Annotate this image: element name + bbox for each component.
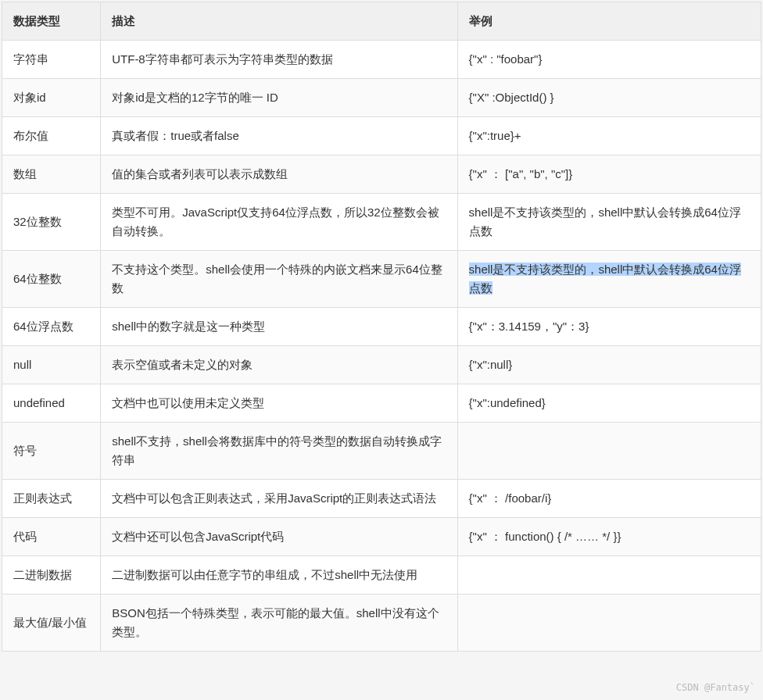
cell-example: {"x" ： /foobar/i} (457, 480, 761, 518)
cell-type: 32位整数 (2, 194, 101, 251)
cell-type: 64位浮点数 (2, 308, 101, 346)
cell-desc: shell不支持，shell会将数据库中的符号类型的数据自动转换成字符串 (101, 423, 457, 480)
cell-type: 布尔值 (2, 117, 101, 155)
cell-type: 最大值/最小值 (2, 595, 101, 652)
table-row: 正则表达式文档中可以包含正则表达式，采用JavaScript的正则表达式语法{"… (2, 480, 761, 518)
cell-desc: 真或者假：true或者false (101, 117, 457, 155)
table-row: null表示空值或者未定义的对象{"x":null} (2, 346, 761, 384)
table-row: 对象id对象id是文档的12字节的唯一 ID{"X" :ObjectId() } (2, 79, 761, 117)
table-row: undefined文档中也可以使用未定义类型{"x":undefined} (2, 384, 761, 423)
table-row: 代码文档中还可以包含JavaScript代码{"x" ： function() … (2, 518, 761, 556)
table-header-row: 数据类型 描述 举例 (2, 2, 761, 41)
cell-example (457, 556, 761, 595)
cell-example: {"x"：3.14159，"y"：3} (457, 308, 761, 346)
cell-example: shell是不支持该类型的，shell中默认会转换成64位浮点数 (457, 251, 761, 308)
cell-type: null (2, 346, 101, 384)
data-types-table: 数据类型 描述 举例 字符串UTF-8字符串都可表示为字符串类型的数据{"x" … (2, 2, 761, 652)
table-row: 符号shell不支持，shell会将数据库中的符号类型的数据自动转换成字符串 (2, 423, 761, 480)
cell-example (457, 595, 761, 652)
header-desc: 描述 (101, 2, 457, 41)
cell-type: 代码 (2, 518, 101, 556)
cell-desc: 表示空值或者未定义的对象 (101, 346, 457, 384)
table-row: 32位整数类型不可用。JavaScript仅支持64位浮点数，所以32位整数会被… (2, 194, 761, 251)
cell-example: {"x" : "foobar"} (457, 41, 761, 79)
cell-example: {"x" ： function() { /* …… */ }} (457, 518, 761, 556)
cell-type: 字符串 (2, 41, 101, 79)
cell-desc: shell中的数字就是这一种类型 (101, 308, 457, 346)
cell-desc: 文档中也可以使用未定义类型 (101, 384, 457, 423)
cell-desc: 文档中可以包含正则表达式，采用JavaScript的正则表达式语法 (101, 480, 457, 518)
cell-desc: 二进制数据可以由任意字节的串组成，不过shell中无法使用 (101, 556, 457, 595)
cell-example: {"x":null} (457, 346, 761, 384)
cell-example: {"x":undefined} (457, 384, 761, 423)
cell-type: 对象id (2, 79, 101, 117)
table-row: 字符串UTF-8字符串都可表示为字符串类型的数据{"x" : "foobar"} (2, 41, 761, 79)
cell-example: {"x":true}+ (457, 117, 761, 155)
cell-example: {"X" :ObjectId() } (457, 79, 761, 117)
cell-desc: 类型不可用。JavaScript仅支持64位浮点数，所以32位整数会被自动转换。 (101, 194, 457, 251)
cell-type: 64位整数 (2, 251, 101, 308)
table-row: 数组值的集合或者列表可以表示成数组{"x" ： ["a", "b", "c"]} (2, 155, 761, 194)
table-row: 二进制数据二进制数据可以由任意字节的串组成，不过shell中无法使用 (2, 556, 761, 595)
cell-desc: UTF-8字符串都可表示为字符串类型的数据 (101, 41, 457, 79)
cell-desc: 不支持这个类型。shell会使用一个特殊的内嵌文档来显示64位整数 (101, 251, 457, 308)
cell-desc: BSON包括一个特殊类型，表示可能的最大值。shell中没有这个类型。 (101, 595, 457, 652)
cell-example: {"x" ： ["a", "b", "c"]} (457, 155, 761, 194)
cell-type: 符号 (2, 423, 101, 480)
cell-desc: 值的集合或者列表可以表示成数组 (101, 155, 457, 194)
cell-example: shell是不支持该类型的，shell中默认会转换成64位浮点数 (457, 194, 761, 251)
table-row: 最大值/最小值BSON包括一个特殊类型，表示可能的最大值。shell中没有这个类… (2, 595, 761, 652)
header-type: 数据类型 (2, 2, 101, 41)
table-row: 64位整数不支持这个类型。shell会使用一个特殊的内嵌文档来显示64位整数sh… (2, 251, 761, 308)
cell-type: 数组 (2, 155, 101, 194)
table-row: 64位浮点数shell中的数字就是这一种类型{"x"：3.14159，"y"：3… (2, 308, 761, 346)
table-row: 布尔值真或者假：true或者false{"x":true}+ (2, 117, 761, 155)
highlighted-text: shell是不支持该类型的，shell中默认会转换成64位浮点数 (469, 262, 741, 295)
cell-type: 二进制数据 (2, 556, 101, 595)
cell-type: 正则表达式 (2, 480, 101, 518)
cell-example (457, 423, 761, 480)
cell-desc: 文档中还可以包含JavaScript代码 (101, 518, 457, 556)
header-example: 举例 (457, 2, 761, 41)
cell-type: undefined (2, 384, 101, 423)
cell-desc: 对象id是文档的12字节的唯一 ID (101, 79, 457, 117)
